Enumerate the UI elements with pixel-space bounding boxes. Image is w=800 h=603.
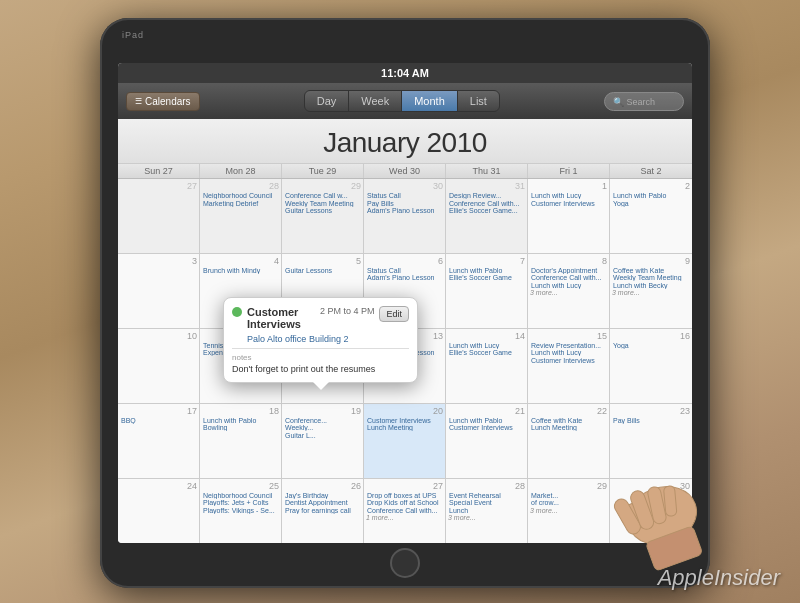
- popup-arrow: [313, 382, 329, 390]
- tab-month[interactable]: Month: [402, 91, 458, 111]
- month-header: January 2010: [118, 119, 692, 164]
- popup-time: 2 PM to 4 PM: [320, 306, 375, 316]
- cal-cell-dec30[interactable]: 30 Status Call Pay Bills Adam's Piano Le…: [364, 179, 446, 254]
- cal-cell-jan18[interactable]: 18 Lunch with Pablo Bowling: [200, 404, 282, 479]
- cal-cell-jan15[interactable]: 15 Review Presentation... Lunch with Luc…: [528, 329, 610, 404]
- cal-cell-jan20[interactable]: 20 Customer Interviews Lunch Meeting: [364, 404, 446, 479]
- time-display: 11:04 AM: [381, 67, 429, 79]
- cal-cell-dec29[interactable]: 29 Conference Call w... Weekly Team Meet…: [282, 179, 364, 254]
- day-header-tue: Tue 29: [282, 164, 364, 178]
- cal-cell-jan16[interactable]: 16 Yoga: [610, 329, 692, 404]
- cal-cell-jan14[interactable]: 14 Lunch with Lucy Ellie's Soccer Game: [446, 329, 528, 404]
- cal-cell-jan17[interactable]: 17 BBQ: [118, 404, 200, 479]
- cal-cell-jan9[interactable]: 9 Coffee with Kate Weekly Team Meeting L…: [610, 254, 692, 329]
- day-header-sat: Sat 2: [610, 164, 692, 178]
- day-header-wed: Wed 30: [364, 164, 446, 178]
- cal-cell-dec27[interactable]: 27: [118, 179, 200, 254]
- calendars-button[interactable]: ☰ Calendars: [126, 92, 200, 111]
- hand-overlay: [560, 453, 720, 573]
- day-header-sun: Sun 27: [118, 164, 200, 178]
- svg-rect-5: [663, 486, 677, 517]
- cal-cell-jan2[interactable]: 2 Lunch with Pablo Yoga: [610, 179, 692, 254]
- ipad-label: iPad: [122, 30, 144, 40]
- cal-cell-jan10[interactable]: 10: [118, 329, 200, 404]
- day-header-fri: Fri 1: [528, 164, 610, 178]
- cal-cell-jan1[interactable]: 1 Lunch with Lucy Customer Interviews: [528, 179, 610, 254]
- status-bar: 11:04 AM: [118, 63, 692, 83]
- popup-notes-label: notes: [232, 353, 409, 362]
- view-tabs: Day Week Month List: [304, 90, 500, 112]
- cal-cell-jan21[interactable]: 21 Lunch with Pablo Customer Interviews: [446, 404, 528, 479]
- popup-title-row: Customer Interviews 2 PM to 4 PM Edit: [232, 306, 409, 330]
- search-input[interactable]: 🔍 Search: [604, 92, 684, 111]
- cal-cell-dec28[interactable]: 28 Neighborhood Council Marketing Debrie…: [200, 179, 282, 254]
- popup-title: Customer Interviews: [247, 306, 315, 330]
- day-headers: Sun 27 Mon 28 Tue 29 Wed 30 Thu 31 Fri 1…: [118, 164, 692, 179]
- tab-list[interactable]: List: [458, 91, 499, 111]
- event-popup: Customer Interviews 2 PM to 4 PM Edit Pa…: [223, 297, 418, 383]
- popup-location: Palo Alto office Building 2: [232, 334, 409, 344]
- home-button[interactable]: [390, 548, 420, 578]
- cal-cell-jan7[interactable]: 7 Lunch with Pablo Ellie's Soccer Game: [446, 254, 528, 329]
- cal-cell-jan8[interactable]: 8 Doctor's Appointment Conference Call w…: [528, 254, 610, 329]
- month-title: January 2010: [118, 127, 692, 159]
- popup-edit-button[interactable]: Edit: [379, 306, 409, 322]
- cal-cell-jan28[interactable]: 28 Event Rehearsal Special Event Lunch 3…: [446, 479, 528, 543]
- day-header-thu: Thu 31: [446, 164, 528, 178]
- cal-cell-jan26[interactable]: 26 Jay's Birthday Dentist Appointment Pr…: [282, 479, 364, 543]
- cal-cell-jan19[interactable]: 19 Conference... Weekly... Guitar L...: [282, 404, 364, 479]
- day-header-mon: Mon 28: [200, 164, 282, 178]
- navigation-bar: ☰ Calendars Day Week Month List 🔍 Search: [118, 83, 692, 119]
- tab-week[interactable]: Week: [349, 91, 402, 111]
- popup-dot: [232, 307, 242, 317]
- cal-cell-jan27[interactable]: 27 Drop off boxes at UPS Drop Kids off a…: [364, 479, 446, 543]
- cal-cell-jan25[interactable]: 25 Neighborhood Council Playoffs: Jets +…: [200, 479, 282, 543]
- cal-cell-jan3[interactable]: 3: [118, 254, 200, 329]
- cal-cell-dec31[interactable]: 31 Design Review... Conference Call with…: [446, 179, 528, 254]
- popup-notes: Don't forget to print out the resumes: [232, 364, 409, 374]
- cal-cell-jan24[interactable]: 24: [118, 479, 200, 543]
- popup-divider: [232, 348, 409, 349]
- tab-day[interactable]: Day: [305, 91, 350, 111]
